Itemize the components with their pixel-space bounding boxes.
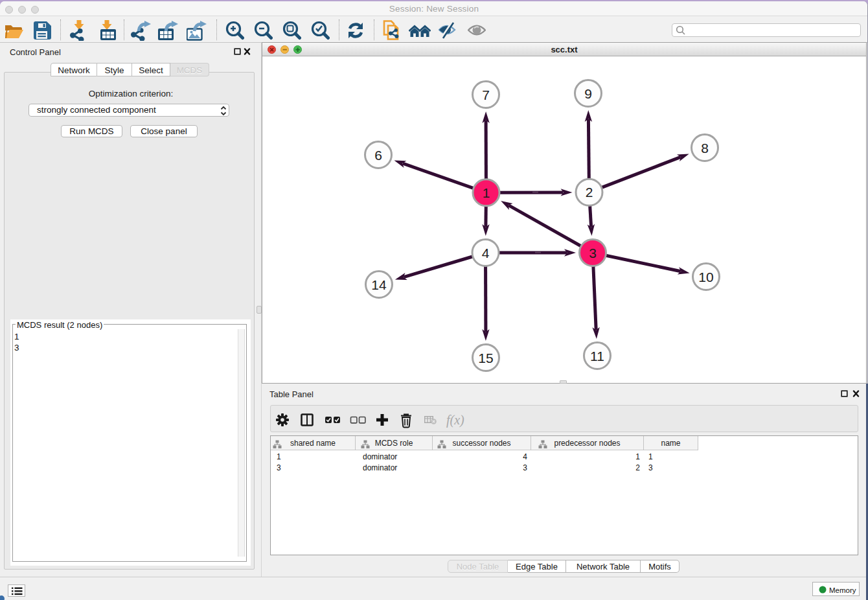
svg-text:9: 9 [584, 86, 592, 101]
svg-text:11: 11 [590, 349, 604, 363]
svg-text:6: 6 [374, 148, 382, 163]
svg-text:8: 8 [701, 141, 709, 156]
svg-text:1: 1 [483, 185, 490, 200]
svg-text:7: 7 [482, 87, 490, 102]
svg-text:10: 10 [698, 270, 713, 284]
svg-text:f(x): f(x) [446, 413, 464, 428]
svg-text:14: 14 [371, 277, 387, 292]
svg-text:15: 15 [478, 351, 493, 365]
svg-text:4: 4 [482, 246, 490, 260]
svg-text:2: 2 [586, 185, 593, 200]
svg-text:3: 3 [589, 246, 597, 260]
